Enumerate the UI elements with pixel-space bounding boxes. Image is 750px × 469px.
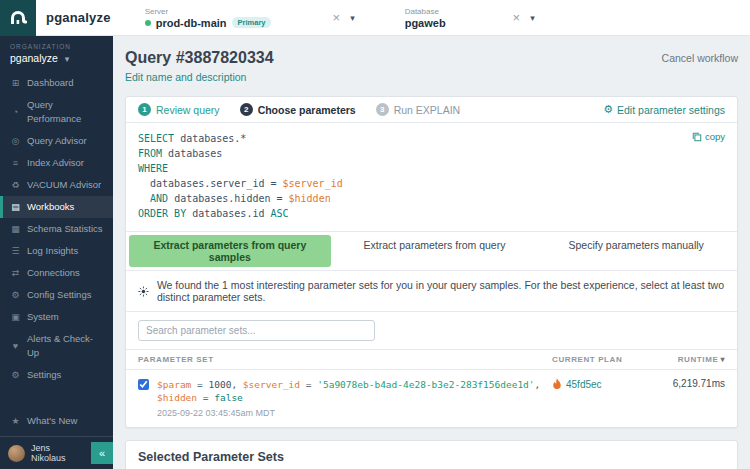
top-bar: pganalyze Server prod-db-main Primary × …: [0, 0, 750, 36]
info-banner: We found the 1 most interesting paramete…: [126, 271, 737, 312]
sql-token: SELECT: [138, 133, 174, 144]
sql-query-block: copy SELECT databases.* FROM databases W…: [126, 123, 737, 231]
sql-token: databases.id: [186, 208, 270, 219]
sidebar-item-label: Dashboard: [27, 76, 73, 90]
param-token: 1000: [209, 379, 232, 390]
sidebar-item-label: System: [27, 310, 59, 324]
param-token: false: [214, 392, 243, 403]
copy-label: copy: [705, 131, 725, 142]
flame-icon: [552, 378, 562, 390]
parameter-set-cell: $param = 1000, $server_id = '5a9078eb-b4…: [138, 378, 552, 418]
param-token: $param: [157, 379, 191, 390]
copy-query-button[interactable]: copy: [692, 131, 725, 142]
server-label: Server: [145, 7, 325, 16]
sidebar-item-alerts-checkup[interactable]: ♥ Alerts & Check-Up: [0, 328, 113, 364]
sidebar-item-config-settings[interactable]: ⚙ Config Settings: [0, 284, 113, 306]
workbooks-icon: ▤: [10, 200, 21, 214]
database-selector[interactable]: Database pgaweb × ▾: [405, 7, 535, 29]
query-advisor-icon: ◎: [10, 134, 21, 148]
sidebar-item-log-insights[interactable]: ☰ Log Insights: [0, 240, 113, 262]
column-runtime-sortable[interactable]: RUNTIME▾: [647, 355, 725, 364]
sidebar-item-query-performance[interactable]: ◔ Query Performance: [0, 94, 113, 130]
vacuum-advisor-icon: ♻: [10, 178, 21, 192]
sidebar-item-label: Config Settings: [27, 288, 91, 302]
sidebar: ORGANIZATION pganalyze ▾ ⊞ Dashboard ◔ Q…: [0, 36, 113, 469]
edit-parameter-settings-link[interactable]: ⚙ Edit parameter settings: [603, 103, 725, 116]
sidebar-item-query-advisor[interactable]: ◎ Query Advisor: [0, 130, 113, 152]
selected-parameter-sets-title: Selected Parameter Sets: [126, 441, 737, 469]
primary-badge: Primary: [232, 17, 272, 28]
sidebar-item-settings[interactable]: ⚙ Settings: [0, 364, 113, 386]
sql-line: FROM databases: [138, 146, 725, 161]
dashboard-icon: ⊞: [10, 76, 21, 90]
whats-new-icon: ★: [10, 414, 21, 428]
sidebar-item-index-advisor[interactable]: ≡ Index Advisor: [0, 152, 113, 174]
insight-icon: [138, 285, 149, 298]
log-insights-icon: ☰: [10, 244, 21, 258]
system-icon: ▣: [10, 310, 21, 324]
sidebar-item-schema-statistics[interactable]: ▦ Schema Statistics: [0, 218, 113, 240]
sql-token: FROM: [138, 148, 162, 159]
tab-extract-from-query[interactable]: Extract parameters from query: [334, 232, 536, 270]
sidebar-item-label: Settings: [27, 368, 61, 382]
user-menu[interactable]: Jens Nikolaus «: [0, 436, 113, 469]
step-run-explain[interactable]: 3 Run EXPLAIN: [376, 103, 461, 116]
organization-name: pganalyze: [10, 52, 58, 64]
sidebar-item-dashboard[interactable]: ⊞ Dashboard: [0, 72, 113, 94]
parameter-table-header: PARAMETER SET CURRENT PLAN RUNTIME▾: [126, 349, 737, 370]
whats-new-link[interactable]: ★ What's New: [0, 410, 113, 432]
alerts-icon: ♥: [10, 339, 21, 353]
schema-statistics-icon: ▦: [10, 222, 21, 236]
step-review-query[interactable]: 1 Review query: [138, 103, 220, 116]
organization-switcher[interactable]: pganalyze ▾: [0, 50, 113, 72]
pganalyze-logo[interactable]: [0, 0, 36, 36]
parameter-set-tokens: $param = 1000, $server_id = '5a9078eb-b4…: [157, 378, 552, 404]
sql-token: databases.server_id =: [138, 178, 283, 189]
sql-line: WHERE: [138, 161, 725, 176]
step-2-label: Choose parameters: [258, 104, 356, 116]
column-current-plan: CURRENT PLAN: [552, 355, 647, 364]
cancel-workflow-link[interactable]: Cancel workflow: [662, 52, 738, 64]
database-clear-icon[interactable]: ×: [513, 10, 521, 25]
edit-parameter-settings-label: Edit parameter settings: [617, 104, 725, 116]
sidebar-item-label: Schema Statistics: [27, 222, 103, 236]
sql-line: ORDER BY databases.id ASC: [138, 206, 725, 221]
parameter-set-checkbox[interactable]: [138, 379, 149, 390]
step-choose-parameters[interactable]: 2 Choose parameters: [240, 103, 356, 116]
server-selector[interactable]: Server prod-db-main Primary × ▾: [145, 7, 355, 29]
search-parameter-sets-input[interactable]: [138, 320, 375, 341]
sql-token: WHERE: [138, 163, 168, 174]
sidebar-item-label: Query Advisor: [27, 134, 87, 148]
sidebar-item-vacuum-advisor[interactable]: ♻ VACUUM Advisor: [0, 174, 113, 196]
param-token: =: [191, 379, 208, 390]
sql-line: SELECT databases.*: [138, 131, 725, 146]
server-caret-icon[interactable]: ▾: [350, 13, 355, 23]
user-avatar: [8, 445, 25, 462]
tab-extract-from-query-samples[interactable]: Extract parameters from query samples: [129, 235, 331, 267]
sidebar-item-label: Index Advisor: [27, 156, 84, 170]
database-name: pgaweb: [405, 17, 446, 29]
index-advisor-icon: ≡: [10, 156, 21, 170]
sql-token: [138, 193, 150, 204]
sidebar-item-workbooks[interactable]: ▤ Workbooks: [0, 196, 113, 218]
sql-line: databases.server_id = $server_id: [138, 176, 725, 191]
sql-token: AND: [150, 193, 168, 204]
runtime-header-label: RUNTIME: [678, 355, 719, 364]
sidebar-collapse-button[interactable]: «: [91, 442, 113, 464]
user-name: Jens Nikolaus: [31, 443, 85, 463]
database-caret-icon[interactable]: ▾: [530, 13, 535, 23]
query-performance-icon: ◔: [10, 105, 21, 119]
sidebar-item-connections[interactable]: ⇄ Connections: [0, 262, 113, 284]
sidebar-item-label: Query Performance: [27, 98, 103, 126]
elephant-logo-icon: [8, 8, 28, 28]
plan-fingerprint-link[interactable]: 45fd5ec: [566, 379, 602, 390]
sidebar-item-system[interactable]: ▣ System: [0, 306, 113, 328]
edit-name-description-link[interactable]: Edit name and description: [125, 71, 246, 83]
sidebar-item-label: Alerts & Check-Up: [27, 332, 103, 360]
sql-token: $hidden: [289, 193, 331, 204]
gear-icon: ⚙: [603, 103, 613, 116]
tab-specify-manually[interactable]: Specify parameters manually: [535, 232, 737, 270]
server-clear-icon[interactable]: ×: [333, 10, 341, 25]
organization-label: ORGANIZATION: [0, 43, 113, 50]
choose-parameters-card: 1 Review query 2 Choose parameters 3 Run…: [125, 96, 738, 428]
